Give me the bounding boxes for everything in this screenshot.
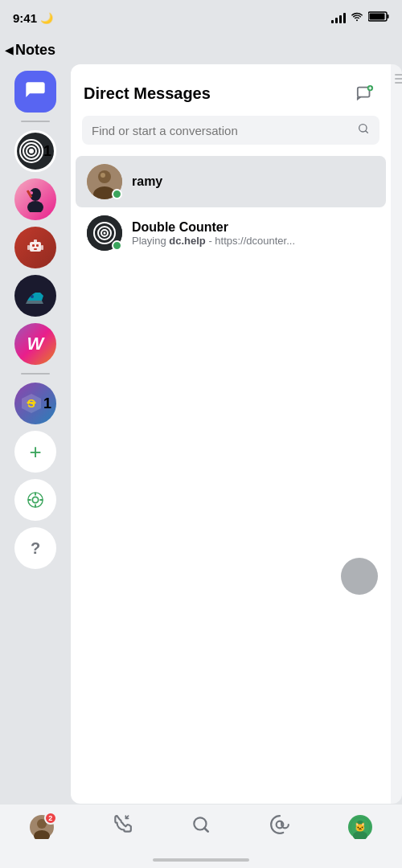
question-icon: ? (31, 539, 40, 558)
tab-item-profile[interactable]: 🐱 (347, 814, 373, 840)
tab-item-search[interactable] (191, 814, 211, 840)
svg-rect-16 (27, 245, 30, 250)
tab-item-calls[interactable] (112, 814, 133, 840)
avatar-wrapper-dcounter (87, 215, 122, 251)
server-icon-pink[interactable] (14, 178, 56, 220)
notes-nav[interactable]: ◀ Notes (0, 35, 55, 64)
svg-point-21 (32, 497, 38, 502)
back-chevron-icon: ◀ (5, 43, 14, 56)
online-status-dot-ramy (112, 189, 122, 199)
svg-text:🐱: 🐱 (355, 821, 366, 833)
conversation-ramy[interactable]: ramy (76, 156, 386, 207)
status-bar: 9:41 🌙 (0, 0, 402, 35)
dm-panel: Direct Messages (71, 64, 391, 804)
server-icon-dark-shoe[interactable] (14, 275, 56, 317)
svg-rect-1 (370, 14, 385, 20)
svg-rect-2 (388, 14, 389, 18)
svg-rect-14 (34, 248, 37, 250)
svg-point-6 (29, 149, 34, 154)
floating-circle (341, 558, 378, 595)
add-server-button[interactable]: + (14, 431, 56, 473)
svg-rect-17 (41, 245, 43, 250)
dm-header: Direct Messages (71, 64, 391, 116)
main-layout: 1 (0, 64, 402, 804)
battery-icon (368, 11, 389, 24)
sidebar-divider-2 (21, 373, 50, 375)
server-icon-hq[interactable]: S 1 (14, 383, 56, 424)
signal-icon (331, 12, 346, 23)
tab-item-mentions[interactable] (269, 814, 290, 840)
wifi-icon (351, 11, 363, 24)
status-icons (331, 11, 389, 24)
phone-icon (112, 814, 133, 840)
avatar-wrapper-ramy (87, 164, 122, 199)
search-icon[interactable] (357, 122, 370, 138)
plus-icon: + (29, 441, 41, 462)
svg-point-18 (31, 295, 34, 298)
conv-status-dcounter: Playing dc.help - https://dcounter... (132, 235, 375, 247)
conversation-list: ramy (71, 156, 391, 804)
sidebar: 1 (0, 64, 71, 804)
tab-badge-avatar: 2 (44, 812, 57, 825)
tab-profile-avatar: 🐱 (347, 814, 373, 840)
conv-info-dcounter: Double Counter Playing dc.help - https:/… (132, 220, 375, 247)
server-icon-purple-w[interactable]: W (14, 323, 56, 365)
tab-avatar: 2 (29, 814, 55, 840)
conversation-double-counter[interactable]: Double Counter Playing dc.help - https:/… (76, 207, 386, 259)
svg-point-34 (104, 232, 106, 235)
server-icon-bullseye[interactable]: 1 (14, 130, 56, 172)
search-tab-icon (191, 814, 211, 840)
tab-item-avatar[interactable]: 2 (29, 814, 55, 840)
hamburger-icon (395, 74, 398, 84)
svg-point-7 (30, 188, 41, 201)
svg-point-29 (100, 173, 105, 178)
notes-nav-label: Notes (15, 42, 55, 59)
explore-button[interactable] (14, 479, 56, 521)
svg-rect-13 (36, 244, 39, 247)
server-badge-1: 1 (43, 143, 51, 160)
dm-title: Direct Messages (84, 84, 211, 103)
sidebar-divider (21, 121, 50, 122)
svg-rect-15 (34, 240, 37, 243)
online-status-dot-dcounter (112, 240, 122, 251)
status-time: 9:41 (13, 11, 37, 25)
conv-info-ramy: ramy (132, 174, 375, 189)
dm-icon[interactable] (14, 71, 56, 113)
conv-name-dcounter: Double Counter (132, 220, 375, 235)
help-button[interactable]: ? (14, 527, 56, 569)
svg-point-8 (27, 201, 43, 212)
search-input[interactable] (92, 124, 351, 137)
svg-rect-11 (30, 242, 41, 252)
server-badge-hq: 1 (43, 395, 51, 412)
home-indicator (153, 858, 249, 862)
mention-icon (269, 814, 290, 840)
moon-icon: 🌙 (40, 12, 53, 24)
new-dm-button[interactable] (352, 80, 378, 106)
svg-rect-12 (32, 244, 35, 247)
search-bar[interactable] (82, 116, 379, 145)
right-edge-panel (391, 64, 402, 804)
conv-name-ramy: ramy (132, 174, 375, 189)
server-icon-red-robot[interactable] (14, 227, 56, 268)
